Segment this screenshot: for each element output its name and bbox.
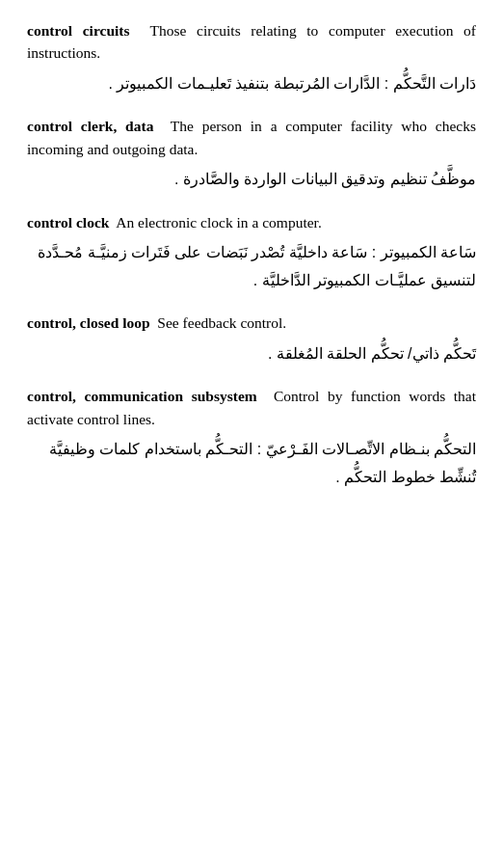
dictionary-page: control circuits Those circuits relating… <box>27 19 476 492</box>
entry-english-control-clock: control clock An electronic clock in a c… <box>27 211 476 233</box>
term-control-clerk-data: control clerk, data <box>27 118 153 134</box>
entry-control-clock: control clock An electronic clock in a c… <box>27 211 476 295</box>
arabic-control-communication-subsystem: التحكُّم بنـظام الاتِّصـالات الفَـرْعيّ … <box>27 436 476 492</box>
arabic-control-circuits: دَارات التَّحكُّم : الدَّارات المُرتبطة … <box>27 70 476 98</box>
entry-english-control-circuits: control circuits Those circuits relating… <box>27 19 476 65</box>
arabic-control-clock: سَاعة الكمبيوتر : سَاعة داخليَّة تُصْدر … <box>27 239 476 295</box>
entry-english-control-closed-loop: control, closed loop See feedback contro… <box>27 312 476 334</box>
entry-control-closed-loop: control, closed loop See feedback contro… <box>27 312 476 367</box>
entry-control-circuits: control circuits Those circuits relating… <box>27 19 476 97</box>
entry-english-control-clerk-data: control clerk, data The person in a comp… <box>27 115 476 160</box>
entry-control-clerk-data: control clerk, data The person in a comp… <box>27 115 476 193</box>
entry-english-control-communication-subsystem: control, communication subsystem Control… <box>27 385 476 430</box>
definition-control-closed-loop: See feedback control. <box>153 314 286 331</box>
term-control-clock: control clock <box>27 214 109 231</box>
arabic-control-closed-loop: تَحكُّم ذاتي/ تحكُّم الحلقة المُغلقة . <box>27 340 476 368</box>
term-control-closed-loop: control, closed loop <box>27 314 150 331</box>
term-control-communication-subsystem: control, communication subsystem <box>27 388 257 404</box>
arabic-control-clerk-data: موظَّفُ تنظيم وتدقيق البيانات الواردة وا… <box>27 166 476 194</box>
entry-control-communication-subsystem: control, communication subsystem Control… <box>27 385 476 491</box>
term-control-circuits: control circuits <box>27 22 130 39</box>
definition-control-clock: An electronic clock in a computer. <box>113 214 322 231</box>
